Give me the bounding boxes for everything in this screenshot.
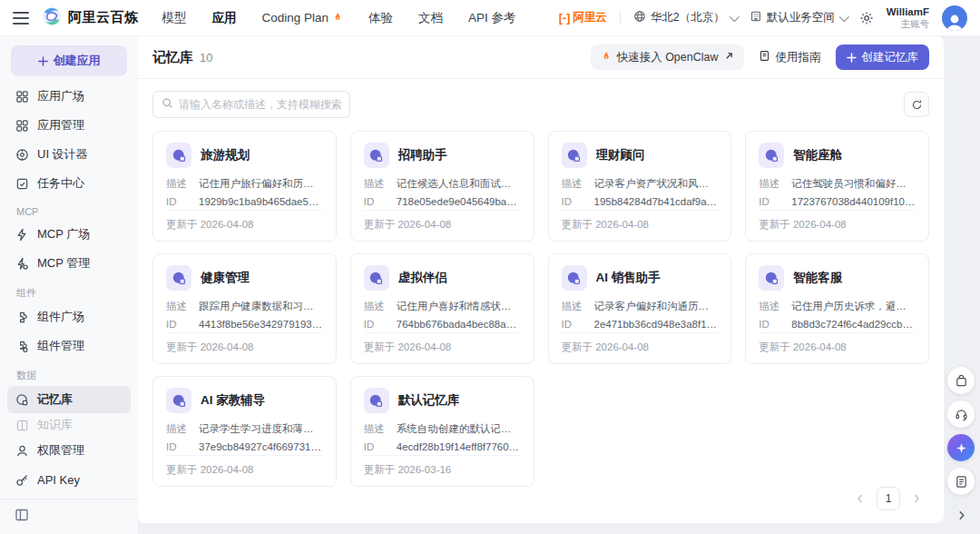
memory-card[interactable]: 默认记忆库 描述 系统自动创建的默认记忆库 ID 4ecdf28b19f14ef… — [350, 376, 534, 487]
sidebar-item-task-center[interactable]: 任务中心 — [7, 170, 131, 197]
memory-card-desc: 记录客户偏好和沟通历史，精准推... — [594, 300, 719, 314]
sidebar-item-app-plaza[interactable]: 应用广场 — [7, 83, 131, 110]
globe-icon — [633, 10, 646, 25]
sidebar-item-component-plaza[interactable]: 组件广场 — [7, 303, 131, 331]
memory-card[interactable]: AI 销售助手 描述 记录客户偏好和沟通历史，精准推... ID 2e471bb… — [548, 253, 732, 364]
prev-page-icon[interactable] — [855, 493, 866, 504]
hamburger-menu-icon[interactable] — [13, 12, 29, 25]
puzzle-icon — [15, 311, 29, 324]
sidebar-section-data: 数据 — [16, 369, 138, 382]
memory-card[interactable]: 虚拟伴侣 描述 记住用户喜好和情感状态，建立长... ID 764bb676ba… — [350, 253, 534, 364]
memory-card-title: 理财顾问 — [596, 147, 645, 163]
aliyun-logo[interactable]: [-]阿里云 — [559, 10, 607, 25]
workspace-selector[interactable]: 默认业务空间 — [750, 10, 847, 25]
search-box[interactable] — [152, 91, 350, 118]
memory-card[interactable]: 旅游规划 描述 记住用户旅行偏好和历史行程，推... ID 1929b9c1ba… — [152, 131, 337, 242]
page-number[interactable]: 1 — [877, 487, 900, 510]
memory-card-desc: 记录客户资产状况和风险偏好，定... — [594, 177, 719, 192]
support-headset-icon[interactable] — [947, 400, 975, 428]
product-logo-icon — [42, 6, 62, 30]
memory-card-title: 招聘助手 — [398, 147, 447, 163]
memory-card[interactable]: 招聘助手 描述 记住候选人信息和面试历史，辅助... ID 718e05ede9… — [350, 131, 534, 242]
quick-access-openclaw-button[interactable]: 快速接入 OpenClaw — [591, 44, 744, 70]
sidebar-item-app-manage[interactable]: 应用管理 — [7, 112, 131, 139]
memory-card-title: AI 销售助手 — [596, 270, 661, 286]
search-icon — [162, 96, 173, 113]
next-page-icon[interactable] — [911, 493, 922, 504]
person-icon — [15, 444, 29, 458]
search-input[interactable] — [179, 98, 341, 111]
avatar[interactable] — [942, 5, 967, 31]
sidebar-item-memory[interactable]: 记忆库 — [7, 386, 131, 413]
nav-docs[interactable]: 文档 — [418, 10, 443, 26]
desc-label: 描述 — [562, 177, 585, 192]
sidebar-section-component: 组件 — [16, 286, 138, 300]
plus-icon — [38, 56, 48, 66]
id-label: ID — [562, 195, 585, 210]
nav-models[interactable]: 模型 — [162, 10, 187, 26]
fire-icon — [601, 50, 612, 64]
memory-card-id: 718e05ede9e045649ba9f04... — [397, 195, 521, 210]
create-memory-button[interactable]: 创建记忆库 — [836, 44, 930, 70]
memory-card-icon — [166, 388, 191, 413]
nav-api-reference[interactable]: API 参考 — [468, 10, 516, 26]
refresh-button[interactable] — [904, 92, 929, 117]
memory-card[interactable]: 智能客服 描述 记住用户历史诉求，避免重复询问... ID 8b8d3c724f… — [745, 253, 929, 364]
page-count: 10 — [200, 51, 212, 64]
settings-gear-icon[interactable] — [859, 11, 874, 25]
nav-playground[interactable]: 体验 — [368, 10, 393, 26]
memory-card-updated: 更新于 2026-04-08 — [562, 210, 719, 232]
sidebar-item-knowledge[interactable]: 知识库 — [7, 415, 131, 435]
toolbar — [138, 79, 944, 129]
region-selector[interactable]: 华北2（北京） — [633, 10, 737, 25]
memory-card-updated: 更新于 2026-04-08 — [166, 332, 323, 354]
fire-icon — [332, 11, 343, 25]
top-bar: 阿里云百炼 模型 应用 Coding Plan 体验 文档 API 参考 [-]… — [0, 0, 980, 36]
sidebar-item-api-key[interactable]: API Key — [7, 466, 131, 493]
collapse-rail-icon[interactable] — [947, 501, 975, 529]
memory-card[interactable]: 健康管理 描述 跟踪用户健康数据和习惯，提供个... ID 4413f8be56… — [152, 253, 337, 364]
ai-assistant-button[interactable] — [947, 434, 975, 461]
memory-card[interactable]: AI 家教辅导 描述 记录学生学习进度和薄弱知识点，... ID 37e9cb8… — [152, 376, 337, 487]
memory-card[interactable]: 理财顾问 描述 记录客户资产状况和风险偏好，定... ID 195b84284d… — [548, 131, 732, 242]
product-logo[interactable]: 阿里云百炼 — [42, 6, 139, 30]
memory-card-desc: 记住候选人信息和面试历史，辅助... — [397, 177, 521, 192]
memory-card-id: 8b8d3c724f6c4ad29ccbd33... — [791, 318, 916, 332]
memory-card-icon — [759, 143, 784, 168]
memory-card-icon — [364, 265, 389, 291]
sidebar: 创建应用 应用广场 应用管理 UI 设计器 任务中心 MCP MCP 广场 MC… — [0, 36, 138, 534]
sidebar-item-mcp-plaza[interactable]: MCP 广场 — [7, 221, 131, 248]
sidebar-item-ui-designer[interactable]: UI 设计器 — [7, 141, 131, 168]
usage-guide-button[interactable]: 使用指南 — [759, 50, 821, 65]
sidebar-item-component-manage[interactable]: 组件管理 — [7, 332, 131, 360]
memory-card-desc: 记录学生学习进度和薄弱知识点，... — [199, 422, 323, 437]
memory-card-icon — [166, 143, 191, 168]
memory-card-icon — [364, 388, 389, 413]
user-info[interactable]: WilliamF 主账号 — [887, 5, 929, 31]
memory-card[interactable]: 智能座舱 描述 记住驾驶员习惯和偏好，主动调节... ID 1723767038… — [745, 131, 929, 242]
desc-label: 描述 — [364, 177, 387, 192]
memory-card-id: 195b84284d7b41cdaf9a4bf... — [594, 195, 719, 210]
id-label: ID — [364, 318, 387, 332]
memory-card-updated: 更新于 2026-04-08 — [166, 455, 323, 477]
grid-icon — [15, 90, 29, 104]
sidebar-item-mcp-manage[interactable]: MCP 管理 — [7, 250, 131, 277]
nav-apps[interactable]: 应用 — [212, 10, 237, 26]
collapse-sidebar-icon[interactable] — [15, 508, 29, 522]
create-app-button[interactable]: 创建应用 — [11, 45, 127, 76]
memory-card-desc: 记住用户旅行偏好和历史行程，推... — [199, 177, 323, 192]
memory-card-id: 2e471bb36cd948e3a8f1ad1... — [594, 318, 719, 332]
user-role: 主账号 — [887, 18, 929, 30]
orders-bag-icon[interactable] — [947, 367, 975, 394]
memory-card-updated: 更新于 2026-04-08 — [562, 332, 719, 354]
docs-icon[interactable] — [947, 468, 975, 495]
memory-card-icon — [364, 143, 389, 168]
sidebar-item-permissions[interactable]: 权限管理 — [7, 437, 131, 464]
memory-panel: 记忆库 10 快速接入 OpenClaw — [138, 36, 944, 523]
memory-card-updated: 更新于 2026-03-16 — [364, 455, 521, 477]
memory-card-icon — [562, 265, 587, 291]
desc-label: 描述 — [166, 422, 190, 437]
palette-icon — [15, 148, 29, 162]
memory-icon — [15, 393, 29, 407]
nav-coding-plan[interactable]: Coding Plan — [262, 11, 344, 25]
